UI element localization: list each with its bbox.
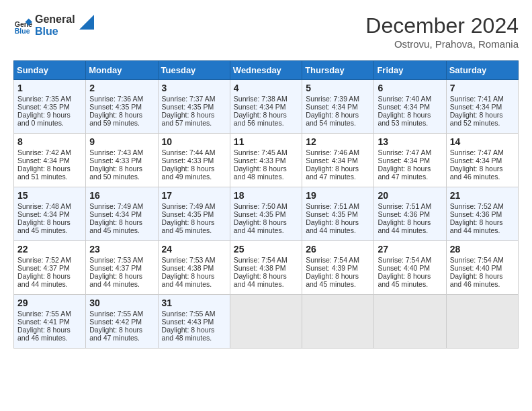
calendar-table: SundayMondayTuesdayWednesdayThursdayFrid… xyxy=(13,60,519,349)
sunset-text: Sunset: 4:34 PM xyxy=(306,103,358,111)
sunset-text: Sunset: 4:34 PM xyxy=(89,210,142,218)
daylight-text: Daylight: 8 hours and 44 minutes. xyxy=(450,218,503,234)
week-row-1: 1Sunrise: 7:35 AMSunset: 4:35 PMDaylight… xyxy=(14,80,519,134)
sunrise-text: Sunrise: 7:45 AM xyxy=(234,148,287,156)
daylight-text: Daylight: 8 hours and 44 minutes. xyxy=(234,272,287,288)
daylight-text: Daylight: 8 hours and 53 minutes. xyxy=(378,111,431,127)
sunrise-text: Sunrise: 7:52 AM xyxy=(17,256,71,264)
header-tuesday: Tuesday xyxy=(158,61,230,80)
daylight-text: Daylight: 8 hours and 52 minutes. xyxy=(450,111,503,127)
day-cell: 11Sunrise: 7:45 AMSunset: 4:33 PMDayligh… xyxy=(230,134,302,187)
daylight-text: Daylight: 8 hours and 45 minutes. xyxy=(17,218,71,234)
daylight-text: Daylight: 8 hours and 46 minutes. xyxy=(450,272,503,288)
sunset-text: Sunset: 4:42 PM xyxy=(89,318,142,326)
daylight-text: Daylight: 8 hours and 48 minutes. xyxy=(234,165,287,181)
day-cell: 22Sunrise: 7:52 AMSunset: 4:37 PMDayligh… xyxy=(14,241,86,295)
daylight-text: Daylight: 8 hours and 44 minutes. xyxy=(17,272,71,288)
day-number: 1 xyxy=(17,83,82,93)
day-cell: 6Sunrise: 7:40 AMSunset: 4:34 PMDaylight… xyxy=(374,80,446,134)
sunset-text: Sunset: 4:34 PM xyxy=(17,210,70,218)
sunset-text: Sunset: 4:35 PM xyxy=(234,210,286,218)
daylight-text: Daylight: 8 hours and 44 minutes. xyxy=(306,218,359,234)
day-number: 18 xyxy=(234,190,298,201)
sunrise-text: Sunrise: 7:49 AM xyxy=(89,202,143,210)
sunrise-text: Sunrise: 7:36 AM xyxy=(89,95,143,103)
daylight-text: Daylight: 8 hours and 51 minutes. xyxy=(17,165,71,181)
sunset-text: Sunset: 4:34 PM xyxy=(234,103,286,111)
sunrise-text: Sunrise: 7:47 AM xyxy=(450,148,504,156)
sunrise-text: Sunrise: 7:55 AM xyxy=(162,310,216,318)
sunrise-text: Sunrise: 7:47 AM xyxy=(378,148,431,156)
day-cell: 10Sunrise: 7:44 AMSunset: 4:33 PMDayligh… xyxy=(158,134,230,187)
day-cell: 20Sunrise: 7:51 AMSunset: 4:36 PMDayligh… xyxy=(374,187,446,241)
day-cell: 12Sunrise: 7:46 AMSunset: 4:34 PMDayligh… xyxy=(302,134,374,187)
sunrise-text: Sunrise: 7:52 AM xyxy=(450,202,504,210)
day-number: 21 xyxy=(450,190,515,201)
day-number: 31 xyxy=(162,298,226,308)
day-number: 12 xyxy=(306,136,370,147)
sunrise-text: Sunrise: 7:41 AM xyxy=(450,95,504,103)
header-saturday: Saturday xyxy=(446,61,518,80)
sunrise-text: Sunrise: 7:48 AM xyxy=(17,202,71,210)
day-cell: 23Sunrise: 7:53 AMSunset: 4:37 PMDayligh… xyxy=(86,241,158,295)
sunrise-text: Sunrise: 7:42 AM xyxy=(17,148,71,156)
sunrise-text: Sunrise: 7:54 AM xyxy=(378,256,431,264)
day-cell: 21Sunrise: 7:52 AMSunset: 4:36 PMDayligh… xyxy=(446,187,518,241)
logo-icon: General Blue xyxy=(13,16,32,35)
sunrise-text: Sunrise: 7:54 AM xyxy=(234,256,287,264)
sunrise-text: Sunrise: 7:54 AM xyxy=(306,256,359,264)
title-block: December 2024 Ostrovu, Prahova, Romania xyxy=(365,13,519,50)
sunrise-text: Sunrise: 7:51 AM xyxy=(306,202,359,210)
day-cell: 2Sunrise: 7:36 AMSunset: 4:35 PMDaylight… xyxy=(86,80,158,134)
day-number: 20 xyxy=(378,190,442,201)
week-row-4: 22Sunrise: 7:52 AMSunset: 4:37 PMDayligh… xyxy=(14,241,519,295)
day-number: 17 xyxy=(162,190,226,201)
day-number: 25 xyxy=(234,244,298,255)
daylight-text: Daylight: 8 hours and 57 minutes. xyxy=(162,111,215,127)
sunset-text: Sunset: 4:34 PM xyxy=(378,156,430,165)
day-cell: 31Sunrise: 7:55 AMSunset: 4:43 PMDayligh… xyxy=(158,295,230,349)
sunset-text: Sunset: 4:34 PM xyxy=(306,156,358,165)
sunset-text: Sunset: 4:34 PM xyxy=(17,156,70,165)
day-cell xyxy=(230,295,302,349)
sunrise-text: Sunrise: 7:50 AM xyxy=(234,202,287,210)
day-number: 14 xyxy=(450,136,515,147)
daylight-text: Daylight: 8 hours and 59 minutes. xyxy=(89,111,142,127)
svg-text:Blue: Blue xyxy=(15,28,30,36)
sunrise-text: Sunrise: 7:43 AM xyxy=(89,148,143,156)
day-number: 8 xyxy=(17,136,82,147)
sunset-text: Sunset: 4:34 PM xyxy=(378,103,430,111)
day-cell: 1Sunrise: 7:35 AMSunset: 4:35 PMDaylight… xyxy=(14,80,86,134)
day-number: 10 xyxy=(162,136,226,147)
sunrise-text: Sunrise: 7:49 AM xyxy=(162,202,216,210)
sunset-text: Sunset: 4:39 PM xyxy=(306,264,358,272)
header-thursday: Thursday xyxy=(302,61,374,80)
day-number: 15 xyxy=(17,190,82,201)
sunset-text: Sunset: 4:41 PM xyxy=(17,318,70,326)
logo: General Blue General Blue xyxy=(13,13,94,38)
day-cell: 5Sunrise: 7:39 AMSunset: 4:34 PMDaylight… xyxy=(302,80,374,134)
day-cell: 3Sunrise: 7:37 AMSunset: 4:35 PMDaylight… xyxy=(158,80,230,134)
header-friday: Friday xyxy=(374,61,446,80)
sunrise-text: Sunrise: 7:40 AM xyxy=(378,95,431,103)
sunset-text: Sunset: 4:38 PM xyxy=(162,264,214,272)
sunset-text: Sunset: 4:35 PM xyxy=(17,103,70,111)
day-cell: 17Sunrise: 7:49 AMSunset: 4:35 PMDayligh… xyxy=(158,187,230,241)
day-cell: 13Sunrise: 7:47 AMSunset: 4:34 PMDayligh… xyxy=(374,134,446,187)
header-wednesday: Wednesday xyxy=(230,61,302,80)
sunset-text: Sunset: 4:40 PM xyxy=(450,264,502,272)
sunrise-text: Sunrise: 7:38 AM xyxy=(234,95,287,103)
daylight-text: Daylight: 8 hours and 54 minutes. xyxy=(306,111,359,127)
daylight-text: Daylight: 8 hours and 49 minutes. xyxy=(162,165,215,181)
day-number: 13 xyxy=(378,136,442,147)
day-number: 2 xyxy=(89,83,154,93)
day-cell: 29Sunrise: 7:55 AMSunset: 4:41 PMDayligh… xyxy=(14,295,86,349)
daylight-text: Daylight: 8 hours and 45 minutes. xyxy=(378,272,431,288)
day-number: 9 xyxy=(89,136,154,147)
daylight-text: Daylight: 8 hours and 47 minutes. xyxy=(378,165,431,181)
daylight-text: Daylight: 8 hours and 50 minutes. xyxy=(89,165,142,181)
header-monday: Monday xyxy=(86,61,158,80)
day-number: 26 xyxy=(306,244,370,255)
sunset-text: Sunset: 4:35 PM xyxy=(306,210,358,218)
day-cell: 30Sunrise: 7:55 AMSunset: 4:42 PMDayligh… xyxy=(86,295,158,349)
